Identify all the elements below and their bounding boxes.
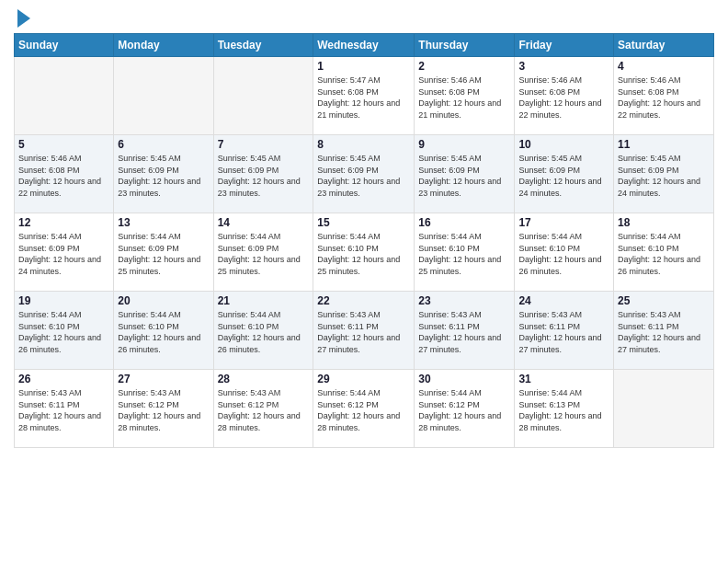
day-info: Sunrise: 5:46 AM Sunset: 6:08 PM Dayligh…	[518, 75, 609, 121]
day-number: 2	[418, 60, 510, 73]
calendar-cell: 22Sunrise: 5:43 AM Sunset: 6:11 PM Dayli…	[313, 292, 415, 370]
calendar-cell: 21Sunrise: 5:44 AM Sunset: 6:10 PM Dayli…	[213, 292, 313, 370]
day-info: Sunrise: 5:43 AM Sunset: 6:11 PM Dayligh…	[418, 309, 510, 355]
day-info: Sunrise: 5:45 AM Sunset: 6:09 PM Dayligh…	[218, 153, 310, 199]
day-info: Sunrise: 5:46 AM Sunset: 6:08 PM Dayligh…	[18, 153, 109, 199]
logo-arrow-icon	[17, 9, 30, 28]
calendar-table: SundayMondayTuesdayWednesdayThursdayFrid…	[14, 33, 714, 448]
day-number: 12	[18, 216, 109, 229]
weekday-header-sunday: Sunday	[15, 34, 114, 57]
calendar-cell: 31Sunrise: 5:44 AM Sunset: 6:13 PM Dayli…	[515, 370, 614, 448]
day-info: Sunrise: 5:45 AM Sunset: 6:09 PM Dayligh…	[518, 153, 609, 199]
day-number: 31	[518, 373, 609, 385]
day-number: 5	[18, 138, 109, 151]
weekday-header-wednesday: Wednesday	[313, 34, 415, 57]
day-number: 30	[418, 373, 510, 385]
day-info: Sunrise: 5:45 AM Sunset: 6:09 PM Dayligh…	[317, 153, 410, 199]
day-number: 27	[118, 373, 209, 385]
day-info: Sunrise: 5:45 AM Sunset: 6:09 PM Dayligh…	[418, 153, 510, 199]
weekday-header-saturday: Saturday	[614, 34, 714, 57]
calendar-cell: 3Sunrise: 5:46 AM Sunset: 6:08 PM Daylig…	[515, 57, 614, 135]
day-info: Sunrise: 5:44 AM Sunset: 6:10 PM Dayligh…	[118, 309, 209, 355]
day-info: Sunrise: 5:44 AM Sunset: 6:10 PM Dayligh…	[218, 309, 310, 355]
calendar-cell: 18Sunrise: 5:44 AM Sunset: 6:10 PM Dayli…	[614, 213, 714, 292]
header	[14, 9, 714, 28]
day-number: 29	[317, 373, 410, 385]
weekday-header-thursday: Thursday	[415, 34, 515, 57]
day-number: 20	[118, 294, 209, 307]
day-info: Sunrise: 5:44 AM Sunset: 6:09 PM Dayligh…	[118, 231, 209, 277]
calendar-cell: 20Sunrise: 5:44 AM Sunset: 6:10 PM Dayli…	[114, 292, 213, 370]
calendar-cell: 9Sunrise: 5:45 AM Sunset: 6:09 PM Daylig…	[415, 135, 515, 213]
calendar-cell: 1Sunrise: 5:47 AM Sunset: 6:08 PM Daylig…	[313, 57, 415, 135]
day-info: Sunrise: 5:44 AM Sunset: 6:10 PM Dayligh…	[418, 231, 510, 277]
day-info: Sunrise: 5:43 AM Sunset: 6:11 PM Dayligh…	[317, 309, 410, 355]
calendar-cell: 12Sunrise: 5:44 AM Sunset: 6:09 PM Dayli…	[15, 213, 114, 292]
calendar-cell: 11Sunrise: 5:45 AM Sunset: 6:09 PM Dayli…	[614, 135, 714, 213]
calendar-cell: 10Sunrise: 5:45 AM Sunset: 6:09 PM Dayli…	[515, 135, 614, 213]
weekday-header-monday: Monday	[114, 34, 213, 57]
day-number: 15	[317, 216, 410, 229]
calendar-cell: 2Sunrise: 5:46 AM Sunset: 6:08 PM Daylig…	[415, 57, 515, 135]
day-info: Sunrise: 5:43 AM Sunset: 6:11 PM Dayligh…	[518, 309, 609, 355]
day-info: Sunrise: 5:44 AM Sunset: 6:10 PM Dayligh…	[618, 231, 710, 277]
logo	[14, 9, 30, 28]
day-info: Sunrise: 5:44 AM Sunset: 6:09 PM Dayligh…	[218, 231, 310, 277]
calendar-cell: 25Sunrise: 5:43 AM Sunset: 6:11 PM Dayli…	[614, 292, 714, 370]
calendar-cell	[213, 57, 313, 135]
weekday-header-friday: Friday	[515, 34, 614, 57]
calendar-cell: 28Sunrise: 5:43 AM Sunset: 6:12 PM Dayli…	[213, 370, 313, 448]
calendar-cell: 8Sunrise: 5:45 AM Sunset: 6:09 PM Daylig…	[313, 135, 415, 213]
day-info: Sunrise: 5:44 AM Sunset: 6:10 PM Dayligh…	[18, 309, 109, 355]
day-number: 25	[618, 294, 710, 307]
day-number: 19	[18, 294, 109, 307]
day-info: Sunrise: 5:44 AM Sunset: 6:10 PM Dayligh…	[518, 231, 609, 277]
day-number: 23	[418, 294, 510, 307]
day-number: 28	[218, 373, 310, 385]
calendar-page: SundayMondayTuesdayWednesdayThursdayFrid…	[0, 0, 728, 563]
calendar-week-row: 5Sunrise: 5:46 AM Sunset: 6:08 PM Daylig…	[15, 135, 714, 213]
day-info: Sunrise: 5:43 AM Sunset: 6:11 PM Dayligh…	[618, 309, 710, 355]
day-number: 1	[317, 60, 410, 73]
calendar-cell: 16Sunrise: 5:44 AM Sunset: 6:10 PM Dayli…	[415, 213, 515, 292]
day-info: Sunrise: 5:44 AM Sunset: 6:13 PM Dayligh…	[518, 387, 609, 433]
calendar-cell: 4Sunrise: 5:46 AM Sunset: 6:08 PM Daylig…	[614, 57, 714, 135]
calendar-cell: 17Sunrise: 5:44 AM Sunset: 6:10 PM Dayli…	[515, 213, 614, 292]
calendar-cell: 6Sunrise: 5:45 AM Sunset: 6:09 PM Daylig…	[114, 135, 213, 213]
day-info: Sunrise: 5:44 AM Sunset: 6:09 PM Dayligh…	[18, 231, 109, 277]
day-number: 8	[317, 138, 410, 151]
day-info: Sunrise: 5:43 AM Sunset: 6:11 PM Dayligh…	[18, 387, 109, 433]
day-number: 13	[118, 216, 209, 229]
day-number: 14	[218, 216, 310, 229]
day-info: Sunrise: 5:44 AM Sunset: 6:12 PM Dayligh…	[317, 387, 410, 433]
day-number: 21	[218, 294, 310, 307]
day-number: 10	[518, 138, 609, 151]
day-number: 18	[618, 216, 710, 229]
day-number: 24	[518, 294, 609, 307]
day-info: Sunrise: 5:43 AM Sunset: 6:12 PM Dayligh…	[118, 387, 209, 433]
calendar-cell	[15, 57, 114, 135]
day-number: 9	[418, 138, 510, 151]
calendar-cell: 13Sunrise: 5:44 AM Sunset: 6:09 PM Dayli…	[114, 213, 213, 292]
day-info: Sunrise: 5:45 AM Sunset: 6:09 PM Dayligh…	[118, 153, 209, 199]
day-number: 11	[618, 138, 710, 151]
calendar-cell	[114, 57, 213, 135]
calendar-cell: 7Sunrise: 5:45 AM Sunset: 6:09 PM Daylig…	[213, 135, 313, 213]
day-number: 7	[218, 138, 310, 151]
calendar-cell: 27Sunrise: 5:43 AM Sunset: 6:12 PM Dayli…	[114, 370, 213, 448]
day-number: 4	[618, 60, 710, 73]
day-number: 22	[317, 294, 410, 307]
calendar-week-row: 26Sunrise: 5:43 AM Sunset: 6:11 PM Dayli…	[15, 370, 714, 448]
calendar-cell: 5Sunrise: 5:46 AM Sunset: 6:08 PM Daylig…	[15, 135, 114, 213]
calendar-cell: 23Sunrise: 5:43 AM Sunset: 6:11 PM Dayli…	[415, 292, 515, 370]
day-number: 16	[418, 216, 510, 229]
calendar-cell: 24Sunrise: 5:43 AM Sunset: 6:11 PM Dayli…	[515, 292, 614, 370]
weekday-header-tuesday: Tuesday	[213, 34, 313, 57]
day-info: Sunrise: 5:47 AM Sunset: 6:08 PM Dayligh…	[317, 75, 410, 121]
day-number: 26	[18, 373, 109, 385]
calendar-cell: 26Sunrise: 5:43 AM Sunset: 6:11 PM Dayli…	[15, 370, 114, 448]
day-info: Sunrise: 5:46 AM Sunset: 6:08 PM Dayligh…	[618, 75, 710, 121]
day-number: 3	[518, 60, 609, 73]
day-number: 17	[518, 216, 609, 229]
calendar-week-row: 19Sunrise: 5:44 AM Sunset: 6:10 PM Dayli…	[15, 292, 714, 370]
